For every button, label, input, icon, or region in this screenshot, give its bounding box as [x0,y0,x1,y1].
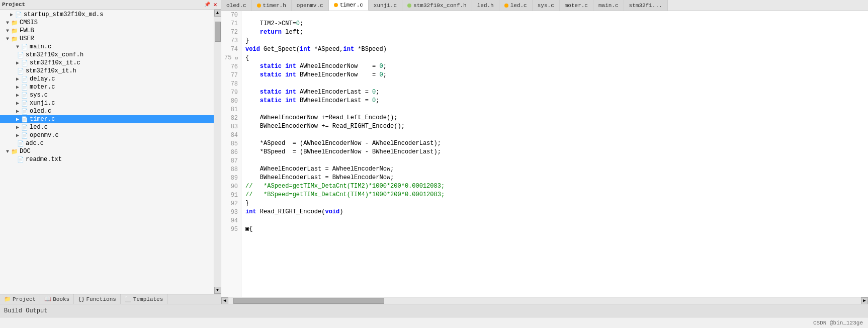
tree-item-sys[interactable]: ▶📄sys.c [0,91,214,99]
line-number: 81 [224,106,238,114]
sidebar-tab-books[interactable]: 📖Books [40,294,74,304]
expand-icon[interactable]: ▶ [14,116,21,122]
editor-tab-moter_c[interactable]: moter.c [560,0,593,11]
tab-dot-timer_c [334,3,338,7]
tree-item-doc[interactable]: ▼📁DOC [0,147,214,155]
code-line [245,11,864,20]
line-number: 89 [224,174,238,183]
code-line: ▣{ [245,225,864,233]
tree-item-timer[interactable]: ▶📄timer.c [0,115,214,123]
tree-item-label: stm32f10x_conf.h [26,51,83,58]
close-sidebar-button[interactable]: ✕ [212,1,219,8]
file-icon: 📄 [21,76,28,83]
line-number: 80 [224,97,238,106]
editor-area: oled.ctimer.hopenmv.ctimer.cxunji.cstm32… [221,0,868,304]
line-number: 82 [224,114,238,123]
scroll-left-arrow[interactable]: ◀ [221,297,228,304]
scroll-up-arrow[interactable]: ▲ [214,10,221,17]
sidebar-tab-templates[interactable]: ⬜Templates [121,294,167,304]
line-number: 76 [224,63,238,71]
sidebar-tabs: 📁Project📖Books{}Functions⬜Templates [0,294,221,304]
editor-tab-sys_c[interactable]: sys.c [533,0,560,11]
tree-item-startup[interactable]: ▶📄startup_stm32f10x_md.s [0,11,214,19]
line-number: 84 [224,131,238,140]
horizontal-scrollbar[interactable]: ◀ ▶ [221,297,868,304]
tab-label-functions: Functions [86,296,116,302]
bottom-bar: Build Output [0,304,868,317]
code-line [245,131,864,139]
file-icon: 📄 [21,92,28,99]
editor-tab-stm32f1_more[interactable]: stm32f1... [624,0,668,11]
expand-icon[interactable]: ▶ [8,12,15,18]
tree-item-stm32it_c[interactable]: ▶📄stm32f10x_it.c [0,59,214,67]
sidebar-header-buttons: 📌 ✕ [204,1,219,8]
tree-item-label: led.c [30,124,48,131]
file-icon: 📄 [21,100,28,107]
tab-label-main_c: main.c [598,3,619,9]
tree-item-user[interactable]: ▼📁USER [0,35,214,43]
editor-tab-xunji_c[interactable]: xunji.c [369,0,402,11]
editor-tab-oled_c[interactable]: oled.c [221,0,252,11]
expand-icon[interactable]: ▶ [14,124,21,130]
editor-tab-led_h[interactable]: led.h [472,0,499,11]
expand-icon[interactable]: ▶ [14,108,21,114]
expand-icon[interactable]: ▶ [14,84,21,90]
tree-item-adc[interactable]: 📄adc.c [0,139,214,147]
tab-label-oled_c: oled.c [226,3,246,9]
tree-item-fwlb[interactable]: ▼📁FWLB [0,27,214,35]
tab-icon-functions: {} [78,296,84,302]
scroll-track[interactable] [214,17,221,287]
tree-item-xunji[interactable]: ▶📄xunji.c [0,99,214,107]
tree-item-cmsis[interactable]: ▼📁CMSIS [0,19,214,27]
expand-icon[interactable]: ▶ [14,92,21,98]
file-icon: 📄 [21,108,28,115]
tree-item-led[interactable]: ▶📄led.c [0,123,214,131]
editor-tab-timer_c[interactable]: timer.c [329,0,369,11]
editor-tab-main_c[interactable]: main.c [593,0,624,11]
line-number: 74 [224,45,238,54]
pin-button[interactable]: 📌 [204,1,211,8]
sidebar-scrollbar[interactable]: ▲ ▼ [214,10,221,294]
sidebar-tab-project[interactable]: 📁Project [0,294,40,304]
editor-tab-stm32f10x_conf_h[interactable]: stm32f10x_conf.h [402,0,472,11]
tree-item-oled[interactable]: ▶📄oled.c [0,107,214,115]
tab-label-moter_c: moter.c [565,3,588,9]
tree-item-label: startup_stm32f10x_md.s [24,11,103,18]
expand-icon[interactable]: ▼ [4,28,11,34]
file-icon: 📄 [17,52,24,58]
sidebar-title: Project [2,2,25,8]
code-line: } [245,37,864,45]
tree-item-label: adc.c [26,140,44,147]
tree-item-openmv[interactable]: ▶📄openmv.c [0,131,214,139]
editor-tab-openmv_c[interactable]: openmv.c [292,0,329,11]
tree-item-moter[interactable]: ▶📄moter.c [0,83,214,91]
h-scroll-track[interactable] [228,297,861,304]
file-icon: 📄 [17,156,24,163]
h-scroll-thumb[interactable] [233,298,384,304]
editor-tab-timer_h[interactable]: timer.h [252,0,292,11]
code-content[interactable]: TIM2->CNT=0; return left;}void Get_Speet… [241,11,868,297]
sidebar-tab-functions[interactable]: {}Functions [74,294,121,304]
tree-item-mainc[interactable]: ▼📄main.c [0,43,214,51]
expand-icon[interactable]: ▼ [4,20,11,26]
tab-label-xunji_c: xunji.c [374,3,397,9]
tree-item-delay[interactable]: ▶📄delay.c [0,75,214,83]
tab-dot-timer_h [257,4,261,8]
expand-icon[interactable]: ▼ [4,149,11,154]
expand-icon[interactable]: ▼ [4,36,11,42]
code-line: BWheelEncoderNow += Read_RIGHT_Encode(); [245,122,864,131]
expand-icon[interactable]: ▶ [14,76,21,82]
scroll-down-arrow[interactable]: ▼ [214,287,221,294]
line-number: 83 [224,123,238,131]
scroll-thumb[interactable] [215,22,221,42]
expand-icon[interactable]: ▼ [14,44,21,50]
tree-item-stm32conf[interactable]: 📄stm32f10x_conf.h [0,51,214,59]
scroll-right-arrow[interactable]: ▶ [861,297,868,304]
tree-item-stm32it_h[interactable]: 📄stm32f10x_it.h [0,67,214,75]
expand-icon[interactable]: ▶ [14,100,21,106]
tab-dot-led_c [504,4,508,8]
tree-item-readme[interactable]: 📄readme.txt [0,155,214,163]
editor-tab-led_c[interactable]: led.c [499,0,533,11]
expand-icon[interactable]: ▶ [14,132,21,138]
expand-icon[interactable]: ▶ [14,60,21,66]
